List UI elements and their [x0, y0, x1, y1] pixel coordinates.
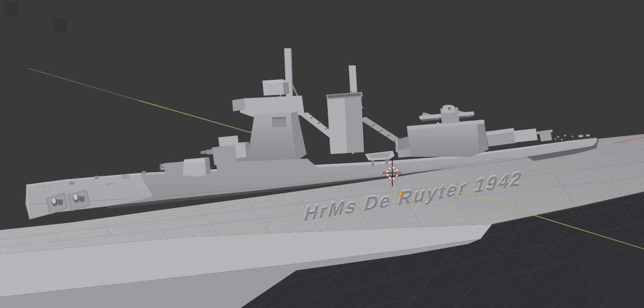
aft-turret	[514, 128, 538, 142]
secondary-gun-mount	[212, 145, 237, 165]
rangefinder-tower	[440, 105, 460, 124]
viewport[interactable]: HrMs De Ruyter 1942 HrMs De Ruyter 1942	[0, 0, 644, 308]
davit	[352, 139, 354, 154]
origin-point	[398, 192, 402, 196]
viewport-canvas[interactable]: HrMs De Ruyter 1942 HrMs De Ruyter 1942	[0, 0, 644, 308]
